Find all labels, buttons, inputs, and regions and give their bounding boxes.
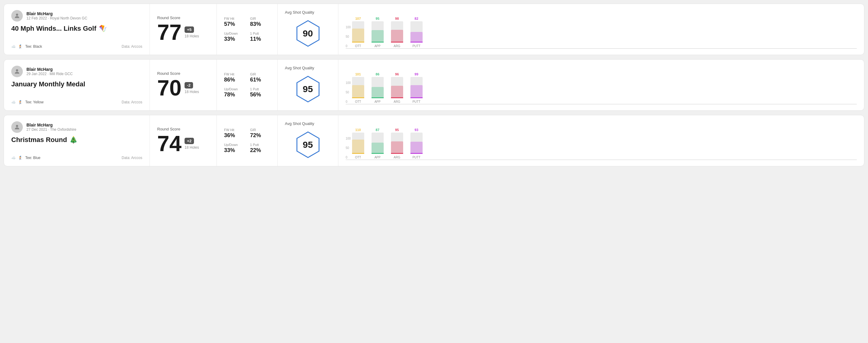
card-left: Blair McHarg 29 Jan 2022 · Mill Ride GCC… xyxy=(4,60,150,111)
stat-gir: GIR 83% xyxy=(250,17,270,27)
bar-wrapper-putt xyxy=(410,132,423,154)
stat-fw-hit: FW Hit 36% xyxy=(224,128,244,139)
bar-value-arg: 96 xyxy=(395,72,399,76)
player-row: Blair McHarg 27 Dec 2021 · The Oxfordshi… xyxy=(11,121,142,133)
bar-wrapper-arg xyxy=(391,132,403,154)
score-diff: +2 xyxy=(185,138,194,144)
svg-point-1 xyxy=(16,69,18,71)
up-down-value: 33% xyxy=(224,147,244,154)
bar-line-app xyxy=(372,42,384,42)
card-quality: Avg Shot Quality 90 xyxy=(278,4,338,55)
gir-label: GIR xyxy=(250,72,270,76)
quality-label: Avg Shot Quality xyxy=(285,121,314,126)
stat-up-down: Up/Down 78% xyxy=(224,87,244,98)
y-label-100: 100 xyxy=(346,137,351,140)
score-badge: -2 18 Holes xyxy=(185,82,199,94)
card-stats: FW Hit 36% GIR 72% Up/Down 33% 1 Putt 22… xyxy=(217,115,278,166)
bars-with-yaxis: 100 50 0 110 OTT 87 APP xyxy=(346,137,857,159)
fw-hit-value: 57% xyxy=(224,21,244,27)
gir-label: GIR xyxy=(250,17,270,20)
bar-x-label-putt: PUTT xyxy=(412,156,421,159)
card-chart: 100 50 0 101 OTT 86 APP xyxy=(338,60,864,111)
stat-gir: GIR 72% xyxy=(250,128,270,139)
tee-info: ☁️ 🏌️ Tee: Blue xyxy=(11,156,40,160)
one-putt-value: 11% xyxy=(250,36,270,42)
bar-fill-arg xyxy=(391,142,403,154)
player-date: 12 Feb 2022 · Royal North Devon GC xyxy=(26,16,87,20)
bar-x-label-putt: PUTT xyxy=(412,100,421,103)
score-number: 70 xyxy=(157,77,182,99)
bar-line-arg xyxy=(391,97,403,98)
player-date: 29 Jan 2022 · Mill Ride GCC xyxy=(26,72,73,76)
tee-info: ☁️ 🏌️ Tee: Yellow xyxy=(11,100,43,104)
round-card: Blair McHarg 29 Jan 2022 · Mill Ride GCC… xyxy=(4,59,864,111)
y-axis-labels: 100 50 0 xyxy=(346,26,351,48)
quality-label: Avg Shot Quality xyxy=(285,66,314,70)
score-main: 70 -2 18 Holes xyxy=(157,77,209,99)
bar-group-arg: 98 ARG xyxy=(391,17,403,48)
hexagon-container: 95 xyxy=(285,129,331,160)
chart-axis-line xyxy=(346,48,857,49)
hexagon-score: 95 xyxy=(303,139,313,150)
up-down-value: 33% xyxy=(224,36,244,42)
y-label-100: 100 xyxy=(346,26,351,29)
weather-icon: ☁️ xyxy=(11,100,16,104)
player-name: Blair McHarg xyxy=(26,123,76,127)
bar-wrapper-arg xyxy=(391,77,403,98)
bar-group-app: 95 APP xyxy=(372,17,384,48)
tee-label: Tee: Yellow xyxy=(25,100,43,104)
bar-line-app xyxy=(372,153,384,154)
bar-x-label-ott: OTT xyxy=(355,44,361,48)
bar-group-putt: 99 PUTT xyxy=(410,72,423,103)
score-label: Round Score xyxy=(157,15,209,20)
stat-gir: GIR 61% xyxy=(250,72,270,83)
bag-icon: 🏌️ xyxy=(18,100,23,104)
y-axis-labels: 100 50 0 xyxy=(346,137,351,159)
svg-point-2 xyxy=(16,125,18,127)
bar-wrapper-app xyxy=(372,132,384,154)
y-label-50: 50 xyxy=(346,147,351,150)
score-main: 74 +2 18 Holes xyxy=(157,132,209,154)
bar-fill-putt xyxy=(410,32,423,42)
tee-info: ☁️ 🏌️ Tee: Black xyxy=(11,44,42,49)
bar-group-ott: 101 OTT xyxy=(352,72,364,103)
stat-one-putt: 1 Putt 11% xyxy=(250,32,270,42)
stat-one-putt: 1 Putt 56% xyxy=(250,87,270,98)
y-axis-labels: 100 50 0 xyxy=(346,82,351,103)
fw-hit-value: 86% xyxy=(224,76,244,83)
one-putt-label: 1 Putt xyxy=(250,32,270,35)
one-putt-value: 56% xyxy=(250,92,270,98)
bars-area: 101 OTT 86 APP 96 ARG 99 xyxy=(352,82,423,103)
bar-value-app: 95 xyxy=(376,17,379,20)
round-card: Blair McHarg 12 Feb 2022 · Royal North D… xyxy=(4,4,864,55)
bar-x-label-putt: PUTT xyxy=(412,44,421,48)
chart-axis-line xyxy=(346,104,857,104)
chart-inner: 100 50 0 107 OTT 95 APP xyxy=(346,26,857,49)
bag-icon: 🏌️ xyxy=(18,44,23,49)
bar-line-app xyxy=(372,97,384,98)
bar-wrapper-arg xyxy=(391,21,403,42)
score-number: 74 xyxy=(157,132,182,154)
score-badge: +2 18 Holes xyxy=(185,138,199,150)
score-holes: 18 Holes xyxy=(185,34,199,38)
round-title: January Monthly Medal xyxy=(11,80,142,88)
bar-fill-app xyxy=(372,87,384,98)
player-row: Blair McHarg 12 Feb 2022 · Royal North D… xyxy=(11,10,142,22)
card-stats: FW Hit 86% GIR 61% Up/Down 78% 1 Putt 56… xyxy=(217,60,278,111)
avatar xyxy=(11,121,23,133)
one-putt-label: 1 Putt xyxy=(250,143,270,147)
card-bottom-row: ☁️ 🏌️ Tee: Yellow Data: Arccos xyxy=(11,100,142,104)
bar-value-arg: 98 xyxy=(395,17,399,20)
bar-fill-app xyxy=(372,143,384,154)
bars-area: 110 OTT 87 APP 95 ARG 93 xyxy=(352,137,423,159)
bar-value-putt: 82 xyxy=(415,17,418,20)
gir-value: 61% xyxy=(250,76,270,83)
bar-fill-ott xyxy=(352,29,364,42)
stat-fw-hit: FW Hit 57% xyxy=(224,17,244,27)
bar-wrapper-app xyxy=(372,77,384,98)
bar-wrapper-putt xyxy=(410,77,423,98)
card-score: Round Score 70 -2 18 Holes xyxy=(150,60,217,111)
bar-fill-app xyxy=(372,30,384,42)
person-icon xyxy=(14,68,20,75)
player-info: Blair McHarg 29 Jan 2022 · Mill Ride GCC xyxy=(26,67,73,76)
